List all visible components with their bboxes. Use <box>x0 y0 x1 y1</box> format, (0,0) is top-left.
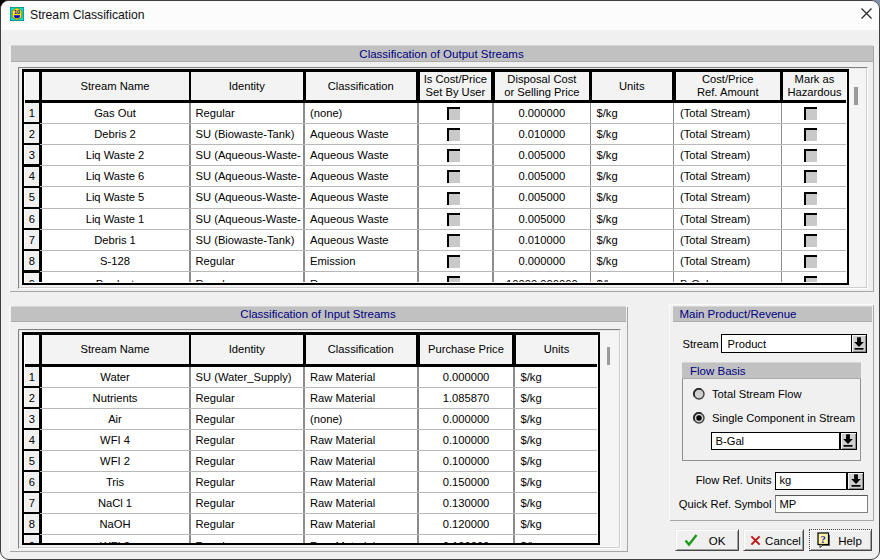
svg-text:10: 10 <box>14 9 20 15</box>
svg-text:?: ? <box>820 533 825 544</box>
